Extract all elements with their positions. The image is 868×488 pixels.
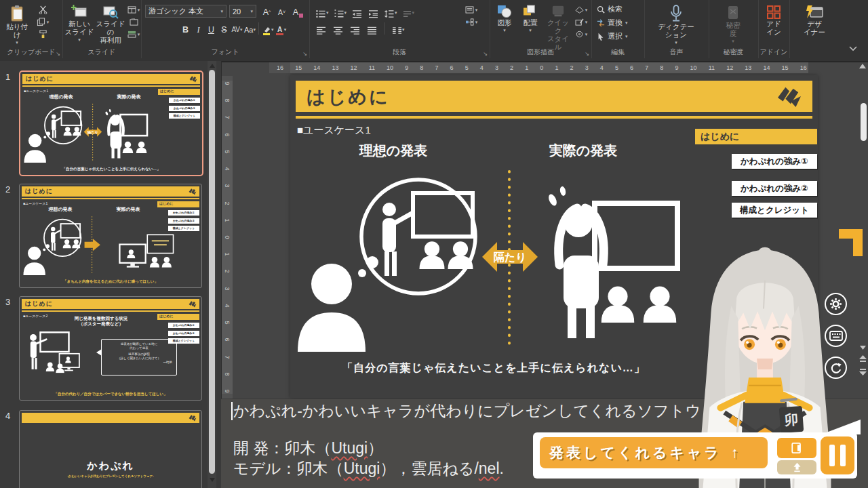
bullets-button[interactable]: ▾ (315, 5, 330, 18)
justify-button[interactable] (366, 22, 378, 35)
scroll-down-icon[interactable] (210, 478, 215, 482)
slide-thumbnail-2[interactable]: はじめに ■ユースケース1 理想の発表 実際の発表 はじめに かわぷれの強み① … (19, 184, 202, 288)
chevron-down-icon: ▾ (475, 7, 478, 13)
character-spacing-button[interactable]: AV▾ (231, 22, 243, 35)
increase-indent-button[interactable] (367, 5, 380, 18)
strikethrough-button[interactable]: S (218, 22, 231, 35)
sidebar-tab-strength2[interactable]: かわぷれの強み② (732, 181, 817, 196)
clear-formatting-button[interactable]: A (292, 4, 304, 18)
canvas-scrollbar-thumb[interactable] (861, 103, 867, 141)
font-color-button[interactable]: A ▾ (275, 22, 288, 35)
select-button[interactable]: 選択 ▾ (597, 31, 628, 41)
reuse-slides-button[interactable]: スライドの 再利用 (95, 1, 126, 44)
align-center-button[interactable] (332, 22, 344, 35)
collapse-ribbon-button[interactable] (849, 46, 857, 52)
new-slide-button[interactable]: 新しい スライド ▾ (64, 1, 95, 44)
text-direction-button[interactable]: ▾ (401, 5, 416, 18)
quick-styles-label: クイック スタイル (544, 18, 572, 51)
canvas-scroll-up-icon[interactable] (859, 64, 866, 68)
italic-label: I (197, 24, 199, 35)
numbering-button[interactable]: ▾ (333, 5, 348, 18)
dictation-button[interactable]: ディクテー ション ▾ (656, 1, 696, 47)
shapes-button[interactable]: 図形 ▾ (492, 1, 517, 35)
arrange-button[interactable]: 配置 ▾ (518, 1, 542, 35)
upload-button[interactable] (777, 460, 816, 474)
next-slide-button[interactable] (859, 367, 867, 377)
canvas-scroll-down-icon[interactable] (860, 346, 866, 350)
svg-text:A: A (277, 26, 282, 33)
thumbnail-scrollbar[interactable] (208, 61, 216, 488)
paragraph-dialog-launcher[interactable]: ↘ (483, 52, 488, 57)
mini-quote: 「自分の言葉じゃ伝えたいことを上手に伝えられない…」 (20, 167, 202, 171)
previous-slide-button[interactable] (859, 355, 867, 365)
usecase-label[interactable]: ■ユースケース1 (297, 124, 371, 137)
convert-smartart-button[interactable]: ▾ (464, 16, 479, 28)
font-size-combo[interactable]: 20 ▾ (229, 5, 256, 18)
character-emblem: 卯 (779, 406, 804, 433)
slide-thumbnail-4[interactable]: かわぷれ -かわいいキャラが代わりにプレゼンしてくれるソフトウェア- (19, 410, 202, 488)
copy-button[interactable]: ▾ (35, 16, 50, 28)
replace-button[interactable]: 置換 ▾ (597, 18, 628, 28)
ruler-number: 2 (570, 63, 574, 73)
shrink-font-button[interactable]: A˅ (275, 4, 288, 18)
designer-button[interactable]: デザ イナー (799, 1, 830, 36)
arrange-label: 配置 (524, 18, 538, 26)
drawing-dialog-launcher[interactable]: ↘ (585, 52, 589, 57)
reset-slide-button[interactable] (126, 16, 141, 28)
slide-layout-button[interactable]: ▾ (126, 4, 141, 16)
slide-thumbnail-1[interactable]: はじめに ■ユースケース1 理想の発表 実際の発表 はじめに かわぷれの強み① … (19, 70, 203, 176)
sidebar-tab-credits[interactable]: 構成とクレジット (732, 203, 817, 218)
slide-title-bar[interactable]: はじめに (296, 81, 812, 112)
exit-button[interactable] (777, 438, 816, 458)
sidebar-tab-hajimeni[interactable]: はじめに (695, 129, 817, 144)
clipboard-dialog-launcher[interactable]: ↘ (56, 52, 60, 57)
decrease-indent-button[interactable] (351, 5, 363, 18)
slide-thumbnail-panel: 1 はじめに ■ユースケース1 理想の発表 実際の発表 はじめに かわぷれの強み… (0, 61, 222, 488)
italic-button[interactable]: I (192, 22, 205, 35)
paste-label: 貼り付け (3, 22, 31, 39)
cut-button[interactable] (35, 4, 50, 16)
sidebar-tab-strength1[interactable]: かわぷれの強み① (732, 154, 817, 169)
shape-fill-button[interactable]: ▾ (574, 4, 589, 16)
slide-quote[interactable]: 「自分の言葉じゃ伝えたいことを上手に伝えられない…」 (290, 361, 697, 375)
quick-styles-button[interactable]: クイック スタイル (544, 1, 572, 51)
text-align-button[interactable]: ▾ (464, 4, 479, 16)
grow-font-button[interactable]: A^ (260, 4, 273, 18)
paste-button[interactable]: 貼り付け ▾ (3, 1, 31, 47)
chevron-down-icon: ▾ (529, 26, 532, 35)
highlight-button[interactable]: ▾ (261, 22, 275, 35)
notes-line-2: 開 発：卯木（Utugi） (233, 438, 383, 459)
powerpoint-window: 貼り付け ▾ ▾ クリップボード ↘ 新しい スラ (0, 0, 868, 488)
keyboard-button[interactable] (825, 325, 847, 347)
bold-button[interactable]: B (179, 22, 192, 35)
shape-outline-button[interactable]: ▾ (574, 16, 589, 28)
font-name-combo[interactable]: 游ゴシック 本文 ▾ (145, 5, 226, 18)
slide-thumbnail-3[interactable]: はじめに ■ユースケース2 同じ発表を複数回する状況 （ポスター発表など） 発表… (19, 296, 202, 401)
upload-icon (792, 462, 802, 472)
underline-button[interactable]: U (205, 22, 218, 35)
line-spacing-button[interactable]: ▾ (383, 5, 398, 18)
settings-button[interactable] (825, 293, 847, 315)
scroll-up-icon[interactable] (210, 64, 215, 68)
columns-button[interactable]: ▾ (391, 22, 406, 35)
thumbnail-scrollbar-thumb[interactable] (209, 70, 215, 474)
ruler-number: 5 (224, 146, 231, 157)
mini-slide-graphic (22, 99, 192, 163)
shape-effects-button[interactable]: ▾ (574, 28, 589, 40)
align-left-button[interactable] (315, 22, 328, 35)
section-button[interactable]: ▾ (126, 28, 141, 40)
pause-button[interactable] (821, 436, 854, 474)
chevron-down-icon: ▾ (625, 20, 628, 26)
reset-pose-button[interactable] (825, 357, 847, 379)
sensitivity-button[interactable]: 秘密 度 ▾ (719, 1, 747, 45)
replace-icon (597, 19, 605, 27)
align-right-button[interactable] (349, 22, 361, 35)
mini-tab: かわぷれの強み② (169, 106, 200, 111)
addins-button[interactable]: アド イン (760, 1, 787, 36)
ruler-number: 10 (387, 63, 393, 73)
mini-title-bar (22, 413, 199, 423)
change-case-button[interactable]: Aa▾ (243, 22, 256, 35)
find-button[interactable]: 検索 (597, 4, 623, 14)
format-painter-button[interactable] (35, 28, 50, 40)
font-dialog-launcher[interactable]: ↘ (302, 52, 307, 57)
